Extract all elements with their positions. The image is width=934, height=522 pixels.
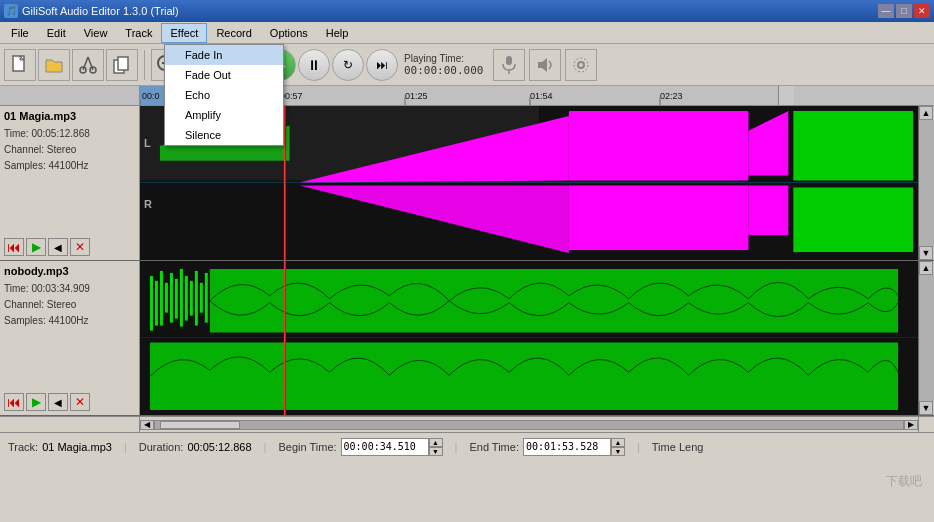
svg-rect-7: [118, 57, 128, 70]
svg-point-18: [578, 62, 584, 68]
svg-point-19: [574, 58, 588, 72]
skip-to-end-button[interactable]: ⏭: [366, 49, 398, 81]
svg-rect-54: [175, 279, 178, 319]
track-meta-1: Time: 00:05:12.868 Channel: Stereo Sampl…: [4, 126, 135, 174]
begin-time-input-group: ▲ ▼: [341, 438, 443, 456]
vscroll-up-1[interactable]: ▲: [919, 106, 933, 120]
copy-button[interactable]: [106, 49, 138, 81]
menu-view[interactable]: View: [75, 23, 117, 43]
svg-rect-59: [200, 283, 203, 313]
vscroll-up-2[interactable]: ▲: [919, 261, 933, 275]
svg-rect-58: [195, 271, 198, 326]
track-1-vscroll: ▲ ▼: [918, 106, 934, 260]
open-button[interactable]: [38, 49, 70, 81]
begin-time-up[interactable]: ▲: [429, 438, 443, 447]
track-samples-1: Samples: 44100Hz: [4, 158, 135, 174]
toolbar-right-group: [493, 49, 597, 81]
window-controls: — □ ✕: [878, 4, 930, 18]
toolbar-sep-1: [144, 50, 145, 80]
begin-time-down[interactable]: ▼: [429, 447, 443, 456]
settings-button[interactable]: [565, 49, 597, 81]
svg-rect-60: [205, 273, 208, 323]
track-rewind-btn-2[interactable]: ◀: [48, 393, 68, 411]
microphone-button[interactable]: [493, 49, 525, 81]
minimize-button[interactable]: —: [878, 4, 894, 18]
playing-time-area: Playing Time: 00:00:00.000: [404, 53, 483, 77]
new-button[interactable]: [4, 49, 36, 81]
playing-time-value: 00:00:00.000: [404, 64, 483, 77]
tracks-container: 01 Magia.mp3 Time: 00:05:12.868 Channel:…: [0, 106, 934, 432]
begin-time-input[interactable]: [341, 438, 429, 456]
menu-edit[interactable]: Edit: [38, 23, 75, 43]
end-time-up[interactable]: ▲: [611, 438, 625, 447]
scroll-right-btn[interactable]: ▶: [904, 420, 918, 430]
effect-echo[interactable]: Echo: [165, 85, 283, 105]
close-button[interactable]: ✕: [914, 4, 930, 18]
track-row-2: nobody.mp3 Time: 00:03:34.909 Channel: S…: [0, 261, 934, 416]
menu-effect[interactable]: Effect: [161, 23, 207, 43]
status-time-leng-label: Time Leng: [652, 441, 704, 453]
track-channel-2: Channel: Stereo: [4, 297, 135, 313]
track-controls-2: ⏮ ▶ ◀ ✕: [4, 389, 135, 411]
track-info-2: nobody.mp3 Time: 00:03:34.909 Channel: S…: [0, 261, 140, 415]
track-play-btn-2[interactable]: ▶: [26, 393, 46, 411]
loop-button[interactable]: ↻: [332, 49, 364, 81]
effect-silence[interactable]: Silence: [165, 125, 283, 145]
end-time-down[interactable]: ▼: [611, 447, 625, 456]
track-rewind-btn-1[interactable]: ◀: [48, 238, 68, 256]
maximize-button[interactable]: □: [896, 4, 912, 18]
scroll-left-btn[interactable]: ◀: [140, 420, 154, 430]
toolbar: ⏮ ▶ ⏸ ↻ ⏭ Playing Time: 00:00:00.000: [0, 44, 934, 86]
track-time-1: Time: 00:05:12.868: [4, 126, 135, 142]
track-close-btn-1[interactable]: ✕: [70, 238, 90, 256]
h-scrollbar-thumb[interactable]: [160, 421, 240, 429]
svg-rect-51: [160, 271, 163, 326]
timeline-ruler: 00:0 00:57 01:25 01:54 02:23 02:51: [0, 86, 934, 106]
menu-track[interactable]: Track: [116, 23, 161, 43]
vscroll-down-2[interactable]: ▼: [919, 401, 933, 415]
svg-rect-38: [569, 111, 749, 181]
status-begin-label: Begin Time:: [278, 441, 336, 453]
menubar: File Edit View Track Effect Record Optio…: [0, 22, 934, 44]
track-skip-start-btn-1[interactable]: ⏮: [4, 238, 24, 256]
track-l-label-1: L: [144, 137, 151, 149]
status-track: Track: 01 Magia.mp3: [8, 441, 112, 453]
status-begin-time: Begin Time: ▲ ▼: [278, 438, 442, 456]
app-icon: 🎵: [4, 4, 18, 18]
menu-file[interactable]: File: [2, 23, 38, 43]
title-area: 🎵 GiliSoft Audio Editor 1.3.0 (Trial): [4, 4, 179, 18]
track-info-1: 01 Magia.mp3 Time: 00:05:12.868 Channel:…: [0, 106, 140, 260]
svg-marker-17: [538, 58, 547, 72]
playing-time-label: Playing Time:: [404, 53, 464, 64]
svg-marker-63: [150, 342, 898, 410]
track-r-label-1: R: [144, 198, 152, 210]
pause-button[interactable]: ⏸: [298, 49, 330, 81]
waveform-svg-2: [140, 261, 918, 415]
svg-text:01:25: 01:25: [405, 91, 428, 101]
end-time-spin: ▲ ▼: [611, 438, 625, 456]
effect-fade-out[interactable]: Fade Out: [165, 65, 283, 85]
status-track-label: Track:: [8, 441, 38, 453]
svg-text:00:0: 00:0: [142, 91, 160, 101]
status-end-time: End Time: ▲ ▼: [469, 438, 625, 456]
menu-record[interactable]: Record: [207, 23, 260, 43]
menu-options[interactable]: Options: [261, 23, 317, 43]
effect-fade-in[interactable]: Fade In: [165, 45, 283, 65]
begin-time-spin: ▲ ▼: [429, 438, 443, 456]
svg-text:02:23: 02:23: [660, 91, 683, 101]
effect-amplify[interactable]: Amplify: [165, 105, 283, 125]
vscroll-down-1[interactable]: ▼: [919, 246, 933, 260]
cut-button[interactable]: [72, 49, 104, 81]
status-track-value: 01 Magia.mp3: [42, 441, 112, 453]
menu-help[interactable]: Help: [317, 23, 358, 43]
end-time-input[interactable]: [523, 438, 611, 456]
speaker-button[interactable]: [529, 49, 561, 81]
track-skip-start-btn-2[interactable]: ⏮: [4, 393, 24, 411]
track-close-btn-2[interactable]: ✕: [70, 393, 90, 411]
svg-rect-50: [155, 281, 158, 326]
h-scrollbar-area: ◀ ▶: [0, 416, 934, 432]
track-name-1: 01 Magia.mp3: [4, 110, 135, 122]
svg-rect-53: [170, 273, 173, 323]
track-play-btn-1[interactable]: ▶: [26, 238, 46, 256]
h-scrollbar-track[interactable]: [154, 420, 904, 430]
